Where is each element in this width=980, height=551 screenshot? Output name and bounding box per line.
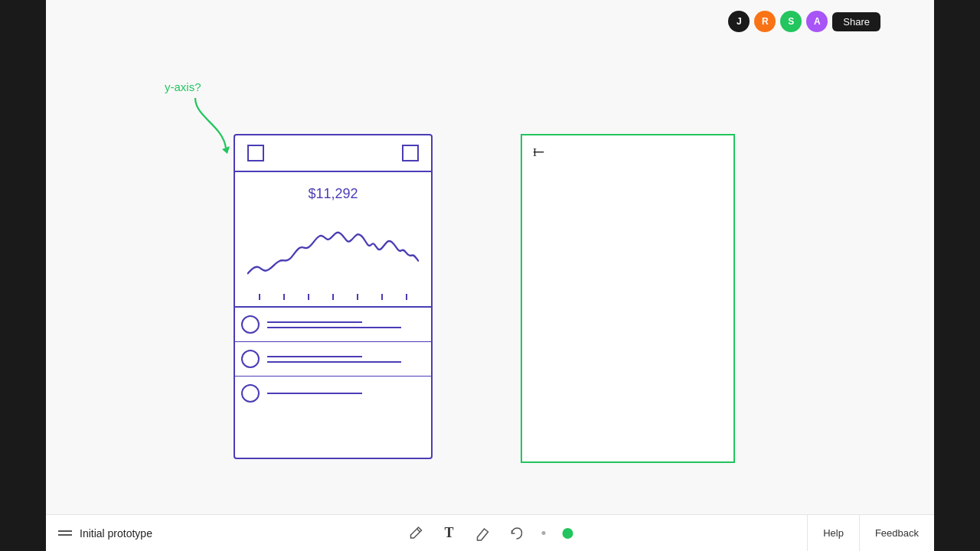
tick bbox=[357, 294, 358, 300]
phone-wireframe: $11,292 bbox=[234, 134, 433, 459]
tick bbox=[308, 294, 309, 300]
tick bbox=[283, 294, 285, 300]
svg-text:I: I bbox=[533, 146, 537, 158]
phone-body: $11,292 bbox=[235, 172, 431, 303]
list-item bbox=[235, 377, 431, 410]
pencil-tool[interactable] bbox=[407, 525, 424, 542]
undo-tool[interactable] bbox=[508, 525, 525, 542]
canvas-area: J R S A Share y-axis? $11,292 bbox=[46, 0, 934, 514]
list-line bbox=[267, 321, 362, 323]
help-button[interactable]: Help bbox=[807, 515, 859, 552]
menu-line bbox=[58, 534, 72, 536]
feedback-button[interactable]: Feedback bbox=[859, 515, 934, 552]
tick bbox=[406, 294, 407, 300]
project-name: Initial prototype bbox=[80, 527, 152, 540]
list-item bbox=[235, 308, 431, 342]
list-line bbox=[267, 327, 401, 328]
bottom-toolbar: Initial prototype T H bbox=[46, 514, 934, 551]
avatar-r: R bbox=[754, 11, 776, 32]
menu-icon[interactable] bbox=[58, 530, 72, 536]
bottom-right-section: Help Feedback bbox=[807, 515, 934, 552]
top-toolbar: J R S A Share bbox=[728, 11, 880, 32]
tick bbox=[332, 294, 334, 300]
tick bbox=[259, 294, 260, 300]
avatar-a: A bbox=[806, 11, 828, 32]
text-cursor-indicator: I bbox=[531, 145, 545, 158]
tick bbox=[381, 294, 383, 300]
phone-square-left bbox=[247, 145, 264, 161]
undo-icon bbox=[509, 526, 524, 541]
list-item-circle bbox=[241, 384, 260, 403]
annotation-arrow bbox=[180, 94, 241, 155]
bottom-center-tools: T bbox=[407, 525, 573, 542]
toolbar-separator bbox=[542, 531, 546, 535]
list-item-lines bbox=[267, 356, 425, 363]
phone-square-right bbox=[402, 145, 419, 161]
avatar-j: J bbox=[728, 11, 750, 32]
list-item-lines bbox=[267, 393, 425, 394]
list-line bbox=[267, 393, 362, 394]
list-item bbox=[235, 342, 431, 377]
chart-svg bbox=[247, 207, 419, 291]
phone-header bbox=[235, 135, 431, 172]
x-axis-ticks bbox=[247, 291, 419, 303]
list-line bbox=[267, 361, 401, 363]
list-item-circle bbox=[241, 315, 260, 334]
y-axis-annotation: y-axis? bbox=[165, 80, 201, 94]
text-tool[interactable]: T bbox=[441, 525, 458, 542]
list-item-lines bbox=[267, 321, 425, 328]
status-dot[interactable] bbox=[563, 528, 573, 539]
eraser-icon bbox=[475, 526, 491, 541]
pencil-icon bbox=[408, 526, 423, 541]
green-rectangle: 𝍠 I bbox=[521, 134, 735, 463]
chart-area bbox=[247, 207, 419, 291]
annotation-text: y-axis? bbox=[165, 80, 201, 93]
phone-amount: $11,292 bbox=[247, 186, 419, 202]
list-line bbox=[267, 356, 362, 357]
list-item-circle bbox=[241, 350, 260, 368]
share-button[interactable]: Share bbox=[832, 12, 880, 31]
list-items bbox=[235, 308, 431, 410]
eraser-tool[interactable] bbox=[475, 525, 492, 542]
menu-line bbox=[58, 530, 72, 532]
avatar-s: S bbox=[780, 11, 802, 32]
